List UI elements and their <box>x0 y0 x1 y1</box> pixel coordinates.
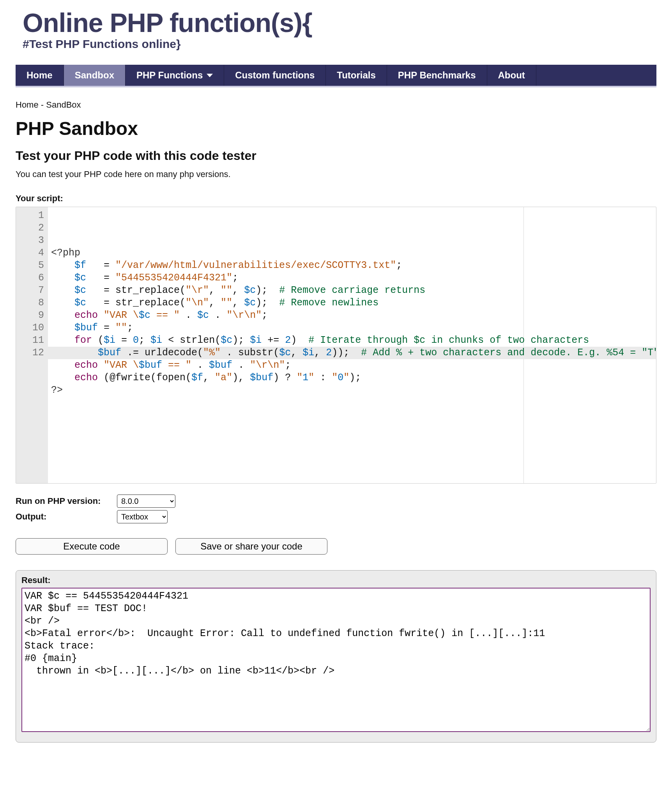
logo-subtitle: #Test PHP Functions online} <box>23 37 656 51</box>
gutter-line: 2 <box>22 222 44 234</box>
nav-item-tutorials[interactable]: Tutorials <box>326 65 387 86</box>
breadcrumb-home[interactable]: Home <box>16 100 39 110</box>
code-line[interactable]: echo (@fwrite(fopen($f, "a"), $buf) ? "1… <box>51 372 653 384</box>
result-panel: Result: <box>16 570 656 743</box>
execute-button[interactable]: Execute code <box>16 538 168 555</box>
gutter-line: 8 <box>22 297 44 309</box>
code-line[interactable]: for ($i = 0; $i < strlen($c); $i += 2) #… <box>51 334 653 347</box>
gutter-line: 4 <box>22 247 44 259</box>
gutter-line: 1 <box>22 209 44 222</box>
breadcrumb-current: SandBox <box>46 100 81 110</box>
site-logo: Online PHP function(s){ #Test PHP Functi… <box>16 0 656 55</box>
php-version-select[interactable]: 8.0.0 <box>117 495 175 508</box>
gutter-line: 10 <box>22 322 44 334</box>
output-format-label: Output: <box>16 512 117 522</box>
breadcrumb: Home - SandBox <box>16 100 656 110</box>
nav-item-home[interactable]: Home <box>16 65 64 86</box>
code-editor[interactable]: 123456789101112 <?php $f = "/var/www/htm… <box>16 207 656 484</box>
editor-gutter: 123456789101112 <box>16 207 48 483</box>
code-line[interactable]: $c = str_replace("\n", "", $c); # Remove… <box>51 297 653 309</box>
output-format-select[interactable]: Textbox <box>117 510 168 523</box>
code-line[interactable]: echo "VAR \$buf == " . $buf . "\r\n"; <box>51 359 653 372</box>
php-version-label: Run on PHP version: <box>16 496 117 506</box>
gutter-line: 12 <box>22 347 44 359</box>
result-textarea[interactable] <box>21 588 651 732</box>
code-line[interactable]: $buf .= urldecode("%" . substr($c, $i, 2… <box>51 347 653 359</box>
result-label: Result: <box>21 575 651 585</box>
gutter-line: 9 <box>22 309 44 322</box>
code-line[interactable]: $c = "5445535420444F4321"; <box>51 272 653 284</box>
code-line[interactable]: $f = "/var/www/html/vulnerabilities/exec… <box>51 259 653 272</box>
code-line[interactable]: ?> <box>51 384 653 397</box>
nav-item-custom-functions[interactable]: Custom functions <box>224 65 326 86</box>
nav-item-about[interactable]: About <box>487 65 536 86</box>
gutter-line: 11 <box>22 334 44 347</box>
editor-codepane[interactable]: <?php $f = "/var/www/html/vulnerabilitie… <box>48 207 656 483</box>
nav-item-php-benchmarks[interactable]: PHP Benchmarks <box>387 65 487 86</box>
save-share-button[interactable]: Save or share your code <box>175 538 327 555</box>
code-line[interactable]: <?php <box>51 247 653 259</box>
gutter-line: 3 <box>22 234 44 247</box>
chevron-down-icon <box>207 74 213 77</box>
breadcrumb-sep: - <box>39 100 46 110</box>
code-line[interactable]: echo "VAR \$c == " . $c . "\r\n"; <box>51 309 653 322</box>
nav-item-php-functions[interactable]: PHP Functions <box>126 65 224 86</box>
nav-item-sandbox[interactable]: Sandbox <box>64 65 126 86</box>
gutter-line: 5 <box>22 259 44 272</box>
code-line[interactable]: $c = str_replace("\r", "", $c); # Remove… <box>51 284 653 297</box>
lead-text: You can test your PHP code here on many … <box>16 169 656 179</box>
page-subtitle: Test your PHP code with this code tester <box>16 149 656 163</box>
gutter-line: 7 <box>22 284 44 297</box>
code-line[interactable]: $buf = ""; <box>51 322 653 334</box>
script-label: Your script: <box>16 193 656 204</box>
main-nav: HomeSandboxPHP FunctionsCustom functions… <box>16 65 656 87</box>
gutter-line: 6 <box>22 272 44 284</box>
logo-title: Online PHP function(s){ <box>23 9 656 36</box>
page-title: PHP Sandbox <box>16 118 656 139</box>
